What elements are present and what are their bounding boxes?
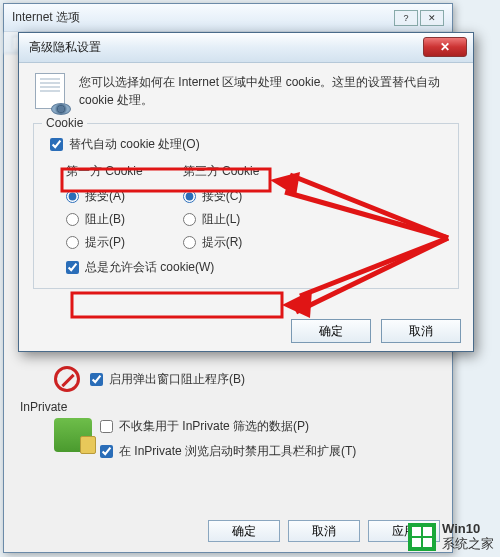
watermark-text: Win10 系统之家 <box>442 522 494 551</box>
watermark-line2: 系统之家 <box>442 537 494 551</box>
firstparty-prompt-radio[interactable] <box>66 236 79 249</box>
close-icon: ✕ <box>440 40 450 54</box>
cookie-legend: Cookie <box>42 116 87 130</box>
inprivate-opt1-label: 不收集用于 InPrivate 筛选的数据(P) <box>119 418 309 435</box>
inprivate-group-label: InPrivate <box>20 400 442 414</box>
thirdparty-block-label: 阻止(L) <box>202 211 241 228</box>
firstparty-block-row[interactable]: 阻止(B) <box>66 211 143 228</box>
firstparty-block-label: 阻止(B) <box>85 211 125 228</box>
popup-blocker-label: 启用弹出窗口阻止程序(B) <box>109 371 245 388</box>
thirdparty-prompt-label: 提示(R) <box>202 234 243 251</box>
child-titlebar: 高级隐私设置 ✕ <box>19 33 473 63</box>
inprivate-icon <box>54 418 92 452</box>
child-cancel-button[interactable]: 取消 <box>381 319 461 343</box>
description-row: 您可以选择如何在 Internet 区域中处理 cookie。这里的设置替代自动… <box>33 73 459 113</box>
firstparty-title: 第一方 Cookie <box>66 163 143 180</box>
session-cookie-row[interactable]: 总是允许会话 cookie(W) <box>66 259 446 276</box>
popup-blocker-row: 启用弹出窗口阻止程序(B) <box>54 366 442 392</box>
parent-titlebar: Internet 选项 ? ✕ <box>4 4 452 32</box>
watermark: Win10 系统之家 <box>408 522 494 551</box>
win10-icon <box>408 523 436 551</box>
thirdparty-column: 第三方 Cookie 接受(C) 阻止(L) 提示(R) <box>183 163 260 251</box>
parent-cancel-button[interactable]: 取消 <box>288 520 360 542</box>
firstparty-accept-radio[interactable] <box>66 190 79 203</box>
firstparty-accept-row[interactable]: 接受(A) <box>66 188 143 205</box>
inprivate-opt1-row[interactable]: 不收集用于 InPrivate 筛选的数据(P) <box>100 418 356 435</box>
watermark-line1: Win10 <box>442 522 494 536</box>
firstparty-prompt-row[interactable]: 提示(P) <box>66 234 143 251</box>
window-controls: ? ✕ <box>394 10 444 26</box>
thirdparty-block-radio[interactable] <box>183 213 196 226</box>
thirdparty-title: 第三方 Cookie <box>183 163 260 180</box>
firstparty-prompt-label: 提示(P) <box>85 234 125 251</box>
session-cookie-label: 总是允许会话 cookie(W) <box>85 259 214 276</box>
thirdparty-block-row[interactable]: 阻止(L) <box>183 211 260 228</box>
close-button-parent[interactable]: ✕ <box>420 10 444 26</box>
override-checkbox[interactable] <box>50 138 63 151</box>
block-icon <box>54 366 80 392</box>
thirdparty-prompt-radio[interactable] <box>183 236 196 249</box>
child-title: 高级隐私设置 <box>29 39 101 56</box>
close-button[interactable]: ✕ <box>423 37 467 57</box>
inprivate-opt1-checkbox[interactable] <box>100 420 113 433</box>
parent-title: Internet 选项 <box>12 9 80 26</box>
help-button[interactable]: ? <box>394 10 418 26</box>
inprivate-opt2-label: 在 InPrivate 浏览启动时禁用工具栏和扩展(T) <box>119 443 356 460</box>
session-cookie-checkbox[interactable] <box>66 261 79 274</box>
firstparty-accept-label: 接受(A) <box>85 188 125 205</box>
cookie-columns: 第一方 Cookie 接受(A) 阻止(B) 提示(P) 第三 <box>66 163 446 251</box>
popup-blocker-checkbox[interactable] <box>90 373 103 386</box>
parent-ok-button[interactable]: 确定 <box>208 520 280 542</box>
parent-button-row: 确定 取消 应用 <box>208 520 440 542</box>
child-ok-button[interactable]: 确定 <box>291 319 371 343</box>
firstparty-block-radio[interactable] <box>66 213 79 226</box>
child-button-row: 确定 取消 <box>291 319 461 343</box>
advanced-privacy-dialog: 高级隐私设置 ✕ 您可以选择如何在 Internet 区域中处理 cookie。… <box>18 32 474 352</box>
override-row[interactable]: 替代自动 cookie 处理(O) <box>50 136 446 153</box>
thirdparty-accept-radio[interactable] <box>183 190 196 203</box>
inprivate-opt2-row[interactable]: 在 InPrivate 浏览启动时禁用工具栏和扩展(T) <box>100 443 356 460</box>
thirdparty-accept-row[interactable]: 接受(C) <box>183 188 260 205</box>
inprivate-opt2-checkbox[interactable] <box>100 445 113 458</box>
thirdparty-accept-label: 接受(C) <box>202 188 243 205</box>
child-body: 您可以选择如何在 Internet 区域中处理 cookie。这里的设置替代自动… <box>19 63 473 351</box>
firstparty-column: 第一方 Cookie 接受(A) 阻止(B) 提示(P) <box>66 163 143 251</box>
cookie-groupbox: Cookie 替代自动 cookie 处理(O) 第一方 Cookie 接受(A… <box>33 123 459 289</box>
description-text: 您可以选择如何在 Internet 区域中处理 cookie。这里的设置替代自动… <box>79 73 459 109</box>
privacy-doc-icon <box>33 73 69 113</box>
inprivate-section: 不收集用于 InPrivate 筛选的数据(P) 在 InPrivate 浏览启… <box>54 418 442 460</box>
thirdparty-prompt-row[interactable]: 提示(R) <box>183 234 260 251</box>
override-label: 替代自动 cookie 处理(O) <box>69 136 200 153</box>
